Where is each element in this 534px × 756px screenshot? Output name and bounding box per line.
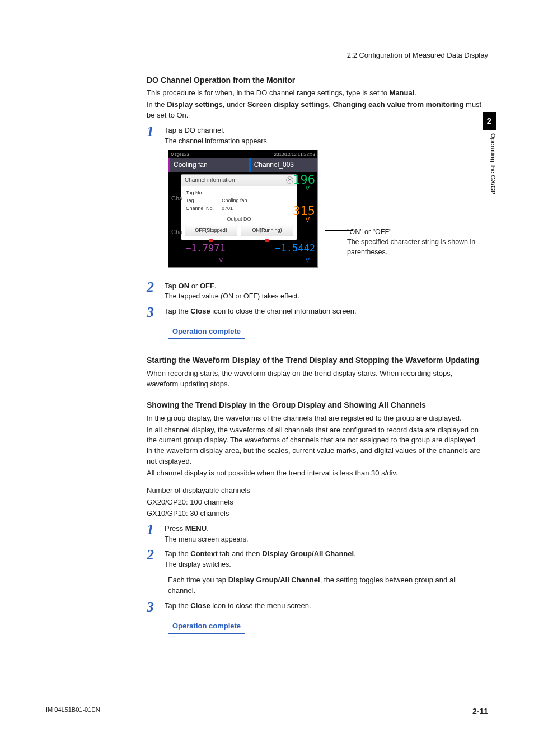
- operation-complete-2: Operation complete: [168, 621, 245, 634]
- on-button[interactable]: ON(Running): [241, 225, 293, 236]
- s3-p3: All channel display is not possible when…: [147, 468, 483, 479]
- s1-step3-num: 3: [147, 305, 165, 320]
- s3-p6: GX10/GP10: 30 channels: [147, 508, 483, 519]
- s3-step1-text: Press MENU.: [165, 524, 483, 534]
- s3-step2-sub: The display switches.: [165, 559, 483, 570]
- s3-step1-sub: The menu screen appears.: [165, 534, 483, 544]
- s1-step1-num: 1: [147, 124, 165, 139]
- s3-p5: GX20/GP20: 100 channels: [147, 497, 483, 508]
- s3-note: Each time you tap Display Group/All Chan…: [168, 575, 483, 596]
- s2-body: When recording starts, the waveform disp…: [147, 368, 483, 390]
- s3-step2-text: Tap the Context tab and then Display Gro…: [165, 549, 483, 559]
- footer-page: 2-11: [472, 706, 488, 717]
- close-icon[interactable]: ✕: [286, 176, 293, 184]
- off-button[interactable]: OFF(Stopped): [185, 225, 237, 236]
- s1-step2-sub: The tapped value (ON or OFF) takes effec…: [165, 291, 483, 301]
- s3-step3-text: Tap the Close icon to close the menu scr…: [165, 601, 483, 612]
- s3-step3-num: 3: [147, 600, 165, 614]
- footer-doc: IM 04L51B01-01EN: [46, 706, 100, 717]
- s1-step1-text: Tap a DO channel.: [165, 125, 483, 136]
- operation-complete-1: Operation complete: [168, 326, 245, 339]
- chapter-tab: 2: [483, 112, 496, 130]
- s3-p1: In the group display, the waveforms of t…: [147, 413, 483, 424]
- s1-intro-1: This procedure is for when, in the DO ch…: [147, 88, 483, 99]
- channel-info-popup: Channel information ✕ Tag No. TagCooling…: [181, 174, 297, 241]
- s1-step1-sub: The channel information appears.: [165, 136, 483, 146]
- s3-step1-num: 1: [147, 522, 165, 537]
- s3-title: Showing the Trend Display in the Group D…: [147, 399, 483, 410]
- s3-p4: Number of displayable channels: [147, 486, 483, 496]
- annotation-text: "ON" or "OFF" The specified character st…: [347, 227, 487, 257]
- chapter-label: Operating the GX/GP: [488, 133, 497, 194]
- s2-title: Starting the Waveform Display of the Tre…: [147, 354, 483, 366]
- s1-step3-text: Tap the Close icon to close the channel …: [165, 306, 483, 317]
- s1-step2-num: 2: [147, 280, 165, 295]
- indicator-dot: [265, 239, 269, 242]
- header-section-ref: 2.2 Configuration of Measured Data Displ…: [46, 50, 488, 63]
- channel-label-b[interactable]: Channel_003: [249, 158, 317, 171]
- s1-intro-2: In the Display settings, under Screen di…: [147, 100, 483, 121]
- s3-step2-num: 2: [147, 548, 165, 562]
- device-screenshot: Msge123 2012/12/12 11:23:53 Cooling fan …: [168, 150, 319, 268]
- channel-label-a[interactable]: Cooling fan: [168, 158, 249, 171]
- s3-p2: In all channel display, the waveforms of…: [147, 425, 483, 467]
- s1-title: DO Channel Operation from the Monitor: [147, 74, 483, 86]
- s1-step2-text: Tap ON or OFF.: [165, 281, 483, 292]
